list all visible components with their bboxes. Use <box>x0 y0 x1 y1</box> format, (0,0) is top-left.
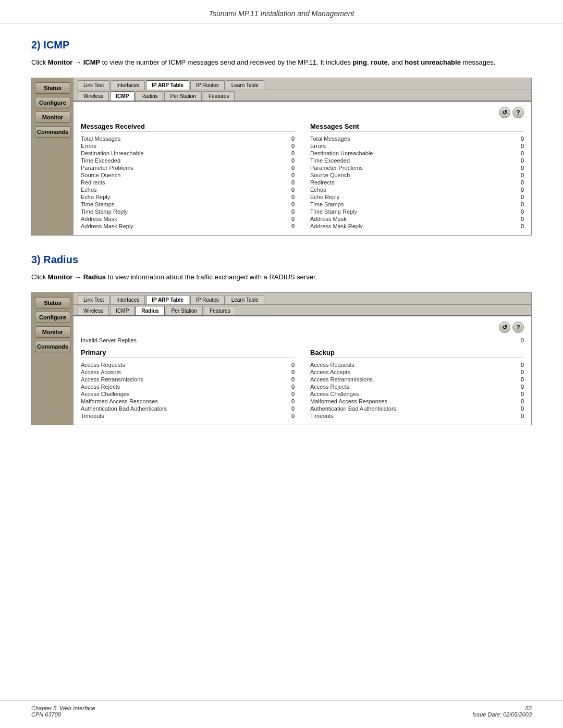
tab-wireless[interactable]: Wireless <box>78 91 109 101</box>
table-row: Destination Unreachable0 <box>310 150 524 157</box>
row-value: 0 <box>513 172 524 178</box>
table-row: Timeouts0 <box>81 412 295 419</box>
table-row: Parameter Problems0 <box>310 164 524 171</box>
icmp-received-rows: Total Messages0Errors0Destination Unreac… <box>81 135 295 230</box>
sidebar-btn-status[interactable]: Status <box>35 82 70 94</box>
row-value: 0 <box>513 376 524 382</box>
row-label: Redirects <box>310 179 334 186</box>
row-value: 0 <box>513 201 524 207</box>
row-value: 0 <box>284 223 295 229</box>
tab-learn-table[interactable]: Learn Table <box>226 80 264 90</box>
section-radius-desc: Click Monitor → Radius to view informati… <box>31 272 532 283</box>
row-label: Access Challenges <box>81 391 130 397</box>
radius-sidebar-btn-configure[interactable]: Configure <box>35 312 70 323</box>
sidebar-btn-configure[interactable]: Configure <box>35 97 70 108</box>
row-value: 0 <box>513 143 524 149</box>
radius-sidebar-btn-status[interactable]: Status <box>35 297 70 309</box>
row-value: 0 <box>513 135 524 142</box>
row-label: Access Rejects <box>310 384 349 390</box>
row-value: 0 <box>284 194 295 200</box>
table-row: Time Exceeded0 <box>310 157 524 164</box>
row-label: Errors <box>310 143 326 149</box>
refresh-icon[interactable]: ↺ <box>499 107 510 118</box>
row-value: 0 <box>284 201 295 207</box>
tab-link-test[interactable]: Link Test <box>78 80 109 90</box>
tab-per-station[interactable]: Per Station <box>164 91 201 101</box>
table-row: Echos0 <box>81 186 295 193</box>
radius-primary-rows: Access Requests0Access Accepts0Access Re… <box>81 361 295 419</box>
icmp-data-columns: Messages Received Total Messages0Errors0… <box>81 122 524 230</box>
row-value: 0 <box>513 194 524 200</box>
radius-sidebar: Status Configure Monitor Commands <box>32 293 74 425</box>
tab-ip-arp-table[interactable]: IP ARP Table <box>146 80 189 90</box>
row-value: 0 <box>513 179 524 186</box>
table-row: Access Rejects0 <box>81 383 295 390</box>
row-value: 0 <box>284 216 295 222</box>
row-label: Source Quench <box>310 172 350 178</box>
tab-features[interactable]: Features <box>203 91 235 101</box>
radius-refresh-icon[interactable]: ↺ <box>499 322 510 333</box>
radius-sidebar-btn-monitor[interactable]: Monitor <box>35 326 70 338</box>
sidebar-btn-commands[interactable]: Commands <box>35 126 70 138</box>
radius-tab-features[interactable]: Features <box>204 306 236 315</box>
row-value: 0 <box>513 208 524 215</box>
table-row: Malformed Access Responses0 <box>310 398 524 405</box>
row-label: Malformed Access Responses <box>81 398 158 404</box>
row-label: Access Requests <box>81 362 125 368</box>
row-value: 0 <box>284 369 295 375</box>
help-icon[interactable]: ? <box>512 107 524 118</box>
table-row: Source Quench0 <box>81 171 295 179</box>
radius-backup-title: Backup <box>310 349 524 358</box>
radius-tab-per-station[interactable]: Per Station <box>166 306 203 315</box>
radius-tab-learn-table[interactable]: Learn Table <box>226 295 264 304</box>
radius-tab-ip-arp-table[interactable]: IP ARP Table <box>146 295 189 304</box>
table-row: Access Challenges0 <box>310 390 524 398</box>
icmp-tab-bar-bottom: Wireless ICMP Radius Per Station Feature… <box>74 90 531 102</box>
radius-tab-interfaces[interactable]: Interfaces <box>111 295 145 304</box>
row-label: Destination Unreachable <box>81 150 143 156</box>
page-header: Tsunami MP.11 Installation and Managemen… <box>0 0 563 23</box>
tab-interfaces[interactable]: Interfaces <box>111 80 145 90</box>
row-value: 0 <box>284 398 295 404</box>
row-label: Parameter Problems <box>81 165 133 171</box>
row-label: Time Stamp Reply <box>81 208 128 215</box>
row-value: 0 <box>513 165 524 171</box>
row-value: 0 <box>513 384 524 390</box>
sidebar-btn-monitor[interactable]: Monitor <box>35 112 70 123</box>
row-label: Address Mask Reply <box>310 223 363 229</box>
radius-help-icon[interactable]: ? <box>512 322 524 333</box>
table-row: Address Mask Reply0 <box>310 223 524 230</box>
table-row: Total Messages0 <box>310 135 524 142</box>
radius-backup-rows: Access Requests0Access Accepts0Access Re… <box>310 361 524 419</box>
row-label: Address Mask <box>81 216 117 222</box>
tab-radius[interactable]: Radius <box>136 91 163 101</box>
table-row: Access Retransmissions0 <box>310 376 524 383</box>
footer-page: 53 <box>472 705 532 711</box>
row-value: 0 <box>284 187 295 193</box>
radius-icon-row: ↺ ? <box>81 322 524 333</box>
table-row: Time Stamp Reply0 <box>81 208 295 215</box>
tab-icmp[interactable]: ICMP <box>110 91 134 101</box>
radius-tab-radius[interactable]: Radius <box>136 306 164 315</box>
radius-tab-bar-top: Link Test Interfaces IP ARP Table IP Rou… <box>74 293 531 305</box>
table-row: Parameter Problems0 <box>81 164 295 171</box>
row-value: 0 <box>513 362 524 368</box>
table-row: Echo Reply0 <box>81 193 295 201</box>
radius-tab-ip-routes[interactable]: IP Routes <box>190 295 225 304</box>
footer-right: 53 Issue Date: 02/05/2003 <box>472 705 532 718</box>
table-row: Access Challenges0 <box>81 390 295 398</box>
row-label: Source Quench <box>81 172 120 178</box>
header-title: Tsunami MP.11 Installation and Managemen… <box>209 9 354 18</box>
tab-ip-routes[interactable]: IP Routes <box>190 80 225 90</box>
radius-tab-wireless[interactable]: Wireless <box>78 306 109 315</box>
icmp-main: Link Test Interfaces IP ARP Table IP Rou… <box>74 78 531 235</box>
radius-tab-icmp[interactable]: ICMP <box>110 306 134 315</box>
table-row: Redirects0 <box>310 179 524 186</box>
radius-sidebar-btn-commands[interactable]: Commands <box>35 341 70 352</box>
row-label: Access Requests <box>310 362 354 368</box>
section-radius-title: 3) Radius <box>31 254 532 266</box>
row-value: 0 <box>513 187 524 193</box>
radius-tab-link-test[interactable]: Link Test <box>78 295 109 304</box>
icmp-ui-box: Status Configure Monitor Commands Link T… <box>31 78 532 236</box>
row-value: 0 <box>284 157 295 164</box>
